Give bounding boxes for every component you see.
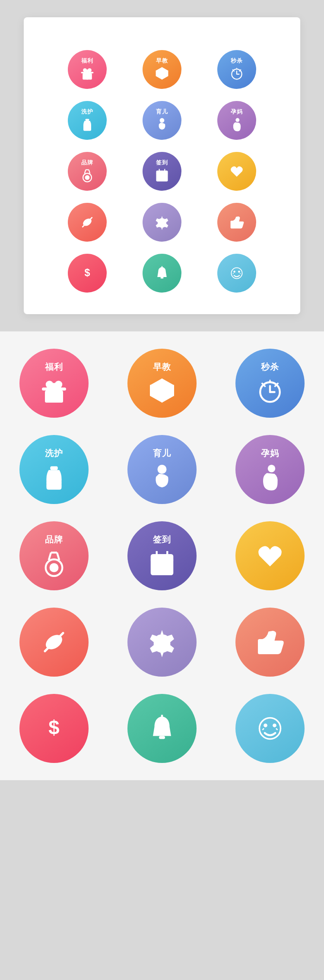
svg-point-22 xyxy=(236,118,240,122)
icon-item-yunma[interactable]: 孕妈 xyxy=(217,101,256,140)
icon-label-qiandao: 签到 xyxy=(156,160,168,166)
large-circle-yuer: 育儿 xyxy=(127,435,197,504)
large-circle-yunma: 孕妈 xyxy=(235,435,305,504)
icon-item-zaojiao[interactable]: 早教A xyxy=(143,50,181,89)
icon-item-pinpai[interactable]: 品牌 xyxy=(68,152,107,191)
large-label-yuer: 育儿 xyxy=(153,447,171,459)
large-label-shasha: 秒杀 xyxy=(261,361,279,373)
svg-line-72 xyxy=(49,552,51,560)
svg-line-34 xyxy=(83,224,85,227)
icon-grid-large: 福利早教A秒杀洗护育儿孕妈品牌签到$ xyxy=(0,331,324,780)
large-circle-meiyuan: $ xyxy=(19,694,89,763)
icon-item-zan[interactable] xyxy=(217,203,256,242)
icon-item-shasha[interactable]: 秒杀 xyxy=(217,50,256,89)
icon-circle-xihu: 洗护 xyxy=(68,101,107,140)
icon-label-yuer: 育儿 xyxy=(156,109,168,115)
large-item-meiyuan[interactable]: $ xyxy=(0,685,108,772)
svg-rect-75 xyxy=(151,554,174,575)
svg-rect-37 xyxy=(231,221,234,228)
large-item-shasha[interactable]: 秒杀 xyxy=(216,340,324,426)
large-item-qiandao[interactable]: 签到 xyxy=(108,513,216,599)
large-label-fuuli: 福利 xyxy=(45,361,63,373)
large-item-zan[interactable] xyxy=(216,599,324,685)
svg-point-4 xyxy=(88,68,92,72)
large-item-fuuli[interactable]: 福利 xyxy=(0,340,108,426)
large-item-baobao[interactable] xyxy=(216,685,324,772)
icon-circle-yuer: 育儿 xyxy=(143,101,181,140)
large-label-pinpai: 品牌 xyxy=(45,534,63,545)
icon-grid-small: 福利早教A秒杀洗护育儿孕妈品牌签到$ xyxy=(50,50,274,293)
svg-line-80 xyxy=(45,647,50,652)
icon-label-zaojiao: 早教 xyxy=(156,58,168,64)
large-item-tang[interactable] xyxy=(0,599,108,685)
icon-item-yuer[interactable]: 育儿 xyxy=(143,101,181,140)
large-label-qiandao: 签到 xyxy=(153,534,171,545)
icon-circle-fuuli: 福利 xyxy=(68,50,107,89)
icon-item-xihu[interactable]: 洗护 xyxy=(68,101,107,140)
icon-circle-zan xyxy=(217,203,256,242)
svg-point-65 xyxy=(158,465,167,474)
svg-line-91 xyxy=(276,728,278,730)
large-item-yuer[interactable]: 育儿 xyxy=(108,426,216,513)
large-item-xihu[interactable]: 洗护 xyxy=(0,426,108,513)
svg-line-81 xyxy=(59,633,64,638)
large-circle-fuuli: 福利 xyxy=(19,349,89,418)
icon-circle-baobao xyxy=(217,254,256,293)
svg-text:$: $ xyxy=(84,267,90,278)
svg-line-44 xyxy=(233,273,234,274)
icon-label-fuuli: 福利 xyxy=(81,58,93,64)
svg-point-50 xyxy=(55,381,63,388)
svg-marker-14 xyxy=(236,68,238,69)
icon-item-shezhi[interactable] xyxy=(143,203,181,242)
svg-line-35 xyxy=(89,217,92,220)
large-circle-shezhi xyxy=(127,608,197,677)
icon-label-yunma: 孕妈 xyxy=(231,109,243,115)
svg-point-19 xyxy=(160,118,165,123)
svg-rect-39 xyxy=(160,277,163,279)
svg-point-49 xyxy=(46,381,54,388)
icon-item-meiyuan[interactable]: $ xyxy=(68,254,107,293)
large-circle-zan xyxy=(235,608,305,677)
icon-circle-qiandao: 签到 xyxy=(143,152,181,191)
icon-circle-pinpai: 品牌 xyxy=(68,152,107,191)
icon-circle-jiankang xyxy=(217,152,256,191)
icon-item-qiandao[interactable]: 签到 xyxy=(143,152,181,191)
icon-card: 福利早教A秒杀洗护育儿孕妈品牌签到$ xyxy=(24,17,300,314)
svg-text:A: A xyxy=(161,72,164,77)
large-item-zaojiao[interactable]: 早教A xyxy=(108,340,216,426)
icon-item-fuuli[interactable]: 福利 xyxy=(68,50,107,89)
svg-point-43 xyxy=(238,271,240,273)
icon-item-lingdang[interactable] xyxy=(143,254,181,293)
icon-item-baobao[interactable] xyxy=(217,254,256,293)
svg-rect-15 xyxy=(85,119,89,121)
svg-point-88 xyxy=(264,724,267,728)
icon-label-shasha: 秒杀 xyxy=(231,58,243,64)
svg-line-45 xyxy=(240,273,241,274)
svg-point-21 xyxy=(163,124,165,126)
svg-rect-29 xyxy=(156,170,168,181)
large-item-jiankang[interactable] xyxy=(216,513,324,599)
large-item-shezhi[interactable] xyxy=(108,599,216,685)
large-item-yunma[interactable]: 孕妈 xyxy=(216,426,324,513)
large-circle-baobao xyxy=(235,694,305,763)
svg-text:$: $ xyxy=(48,717,59,739)
icon-circle-yunma: 孕妈 xyxy=(217,101,256,140)
svg-marker-60 xyxy=(269,379,272,382)
svg-rect-61 xyxy=(50,466,58,470)
icon-label-xihu: 洗护 xyxy=(81,109,93,115)
large-label-zaojiao: 早教 xyxy=(153,361,171,373)
icon-label-pinpai: 品牌 xyxy=(81,160,93,166)
large-circle-zaojiao: 早教A xyxy=(127,349,197,418)
svg-point-89 xyxy=(273,724,276,728)
icon-item-tang[interactable] xyxy=(68,203,107,242)
icon-item-jiankang[interactable] xyxy=(217,152,256,191)
large-item-lingdang[interactable] xyxy=(108,685,216,772)
svg-line-27 xyxy=(89,170,90,174)
large-circle-qiandao: 签到 xyxy=(127,521,197,590)
large-label-xihu: 洗护 xyxy=(45,447,63,459)
svg-point-42 xyxy=(234,271,236,273)
large-item-pinpai[interactable]: 品牌 xyxy=(0,513,108,599)
large-circle-pinpai: 品牌 xyxy=(19,521,89,590)
icon-circle-meiyuan: $ xyxy=(68,254,107,293)
large-label-yunma: 孕妈 xyxy=(261,447,279,459)
